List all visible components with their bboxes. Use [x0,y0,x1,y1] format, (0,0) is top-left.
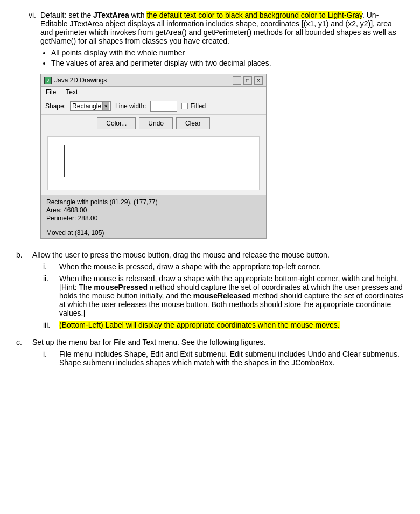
section-b-subitems: i. When the mouse is pressed, draw a sha… [43,262,404,329]
filled-checkbox-area: Filled [181,102,206,110]
minimize-button[interactable]: – [233,76,241,85]
sub-item-i-label: i. [43,262,59,271]
sub-item-iii-content: (Bottom-Left) Label will display the app… [59,321,404,329]
highlight-iii: (Bottom-Left) Label will display the app… [59,321,340,329]
text-with: with [129,11,147,19]
sub-item-c-i-label: i. [43,350,59,367]
filled-checkbox[interactable] [181,103,188,109]
sub-item-i: i. When the mouse is pressed, draw a sha… [43,262,404,271]
info-line-3: Perimeter: 288.00 [46,214,261,222]
color-button[interactable]: Color... [97,117,136,129]
section-c-text: Set up the menu bar for File and Text me… [32,338,404,346]
section-vi-paragraph: Default: set the JTextArea with the defa… [40,11,404,45]
highlight-text: the default text color to black and back… [146,11,362,19]
java-title-text: Java 2D Drawings [54,77,107,84]
sub-item-ii: ii. When the mouse is released, draw a s… [43,274,404,317]
status-text: Moved at (314, 105) [46,229,104,237]
sub-item-iii-label: iii. [43,321,59,329]
info-line-2: Area: 4608.00 [46,206,261,214]
java-title-bar: J Java 2D Drawings – □ × [41,74,266,87]
shape-dropdown-arrow[interactable]: ▼ [102,102,109,110]
sub-item-iii: iii. (Bottom-Left) Label will display th… [43,321,404,329]
bullet-2: The values of area and perimeter display… [51,59,404,67]
text-default: Default: set the [40,11,93,19]
java-buttons-row: Color... Undo Clear [41,115,266,132]
bold-jtextarea: JTextArea [93,11,129,19]
undo-button[interactable]: Undo [139,117,173,129]
close-button[interactable]: × [254,76,263,85]
filled-label: Filled [190,102,206,110]
linewidth-input[interactable] [150,101,177,112]
section-vi: vi. Default: set the JTextArea with the … [16,11,404,245]
section-c-content: Set up the menu bar for File and Text me… [32,338,404,370]
java-status-bar: Moved at (314, 105) [41,227,266,238]
sub-item-c-i: i. File menu includes Shape, Edit and Ex… [43,350,404,367]
shape-label: Shape: [45,102,66,110]
sub-item-ii-label: ii. [43,274,59,317]
java-title-icon: J [44,77,52,84]
bold-mousepressed: mousePressed [94,283,148,291]
java-menubar: File Text [41,87,266,98]
java-title-left: J Java 2D Drawings [44,77,107,84]
section-b: b. Allow the user to press the mouse but… [16,251,404,332]
shape-select[interactable]: Rectangle ▼ [70,101,111,111]
info-line-1: Rectangle with points (81,29), (177,77) [46,198,261,206]
section-b-content: Allow the user to press the mouse button… [32,251,404,332]
section-c-subitems: i. File menu includes Shape, Edit and Ex… [43,350,404,367]
sub-item-c-i-content: File menu includes Shape, Edit and Exit … [59,350,404,367]
canvas-rectangle [64,145,107,177]
sub-item-ii-content: When the mouse is released, draw a shape… [59,274,404,317]
java-window-controls[interactable]: – □ × [233,76,263,85]
section-c-label: c. [16,338,32,370]
menu-file[interactable]: File [44,88,58,96]
section-vi-content: Default: set the JTextArea with the defa… [40,11,404,245]
bullet-1: All points display with the whole number [51,48,404,57]
sub-item-i-content: When the mouse is pressed, draw a shape … [59,262,404,271]
maximize-button[interactable]: □ [243,76,252,85]
bold-mousereleased: mouseReleased [193,291,251,300]
java-toolbar: Shape: Rectangle ▼ Line width: Filled [41,98,266,115]
linewidth-label: Line width: [115,102,146,110]
clear-button[interactable]: Clear [176,117,210,129]
section-c: c. Set up the menu bar for File and Text… [16,338,404,370]
java-canvas[interactable] [47,136,260,190]
shape-value: Rectangle [72,102,101,110]
java-window: J Java 2D Drawings – □ × File Text Shape… [40,74,267,239]
section-vi-bullets: All points display with the whole number… [51,48,404,67]
section-b-label: b. [16,251,32,332]
java-info-area: Rectangle with points (81,29), (177,77) … [41,195,266,227]
section-vi-label: vi. [16,11,40,245]
section-b-text: Allow the user to press the mouse button… [32,251,404,259]
menu-text[interactable]: Text [64,88,79,96]
